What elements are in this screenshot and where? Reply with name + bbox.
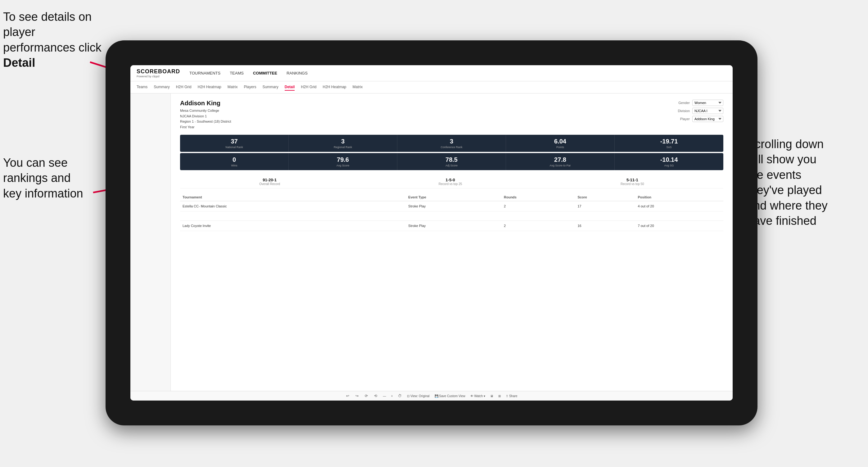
refresh-icon: ⟳ — [364, 394, 369, 398]
logo-sub: Powered by clippd — [136, 75, 180, 78]
tournament-table: Tournament Event Type Rounds Score Posit… — [180, 193, 723, 231]
stats-grid-row2: 0 Wins 79.6 Avg Score 78.5 Adj Score 2 — [180, 153, 723, 170]
stat-regional-rank: 3 Regional Rank — [289, 135, 397, 152]
row3-rounds: 2 — [501, 221, 575, 231]
stat-avg-score-par: 27.8 Avg Score to Par — [506, 153, 615, 170]
stat-sos: -19.71 SoS — [615, 135, 723, 152]
sub-nav-h2h-heatmap[interactable]: H2H Heatmap — [198, 84, 221, 91]
row3-tournament: Lady Coyote Invite — [180, 221, 385, 231]
player-selectors: Gender Women Men Division NJCAA I — [673, 100, 723, 122]
back-icon: ⟲ — [373, 394, 378, 398]
player-dropdown[interactable]: Addison King — [692, 116, 723, 122]
toolbar-save-custom[interactable]: 💾 Save Custom View — [435, 394, 465, 398]
redo-icon: ↪ — [355, 394, 359, 398]
main-content: Addison King Mesa Community College NJCA… — [130, 93, 733, 391]
col-event-type: Event Type — [406, 193, 501, 201]
logo-main: SCOREBOARD — [136, 68, 180, 75]
stat-points: 6.04 Points — [506, 135, 615, 152]
records-row: 91-20-1 Overall Record 1-5-0 Record vs t… — [180, 175, 723, 188]
stats-grid-row1: 37 National Rank 3 Regional Rank 3 Confe… — [180, 135, 723, 152]
col-empty — [385, 193, 406, 201]
row1-rounds: 2 — [501, 201, 575, 212]
sub-nav-h2h-heatmap2[interactable]: H2H Heatmap — [322, 84, 346, 91]
gender-selector-row: Gender Women Men — [673, 100, 723, 106]
toolbar-minus[interactable]: — — [383, 394, 386, 398]
division-dropdown[interactable]: NJCAA I NJCAA II — [692, 108, 723, 114]
sub-nav-players[interactable]: Players — [244, 84, 256, 91]
toolbar-grid[interactable]: ⊞ — [498, 394, 501, 398]
toolbar-watch[interactable]: 👁 Watch ▾ — [470, 394, 486, 398]
tablet: SCOREBOARD Powered by clippd TOURNAMENTS… — [105, 40, 757, 426]
center-content: Addison King Mesa Community College NJCA… — [171, 93, 733, 391]
stat-wins: 0 Wins — [180, 153, 289, 170]
col-tournament: Tournament — [180, 193, 385, 201]
toolbar-refresh[interactable]: ⟳ — [364, 394, 369, 398]
annotation-right: Scrolling down will show you the events … — [747, 136, 865, 228]
player-college: Mesa Community College — [180, 108, 231, 114]
row1-tournament: Estella CC- Mountain Classic — [180, 201, 385, 212]
col-position: Position — [636, 193, 723, 201]
row3-score: 16 — [575, 221, 635, 231]
nav-item-teams[interactable]: TEAMS — [230, 69, 244, 77]
stat-avg-score: 79.6 Avg Score — [289, 153, 397, 170]
app: SCOREBOARD Powered by clippd TOURNAMENTS… — [130, 65, 733, 401]
stat-national-rank: 37 National Rank — [180, 135, 289, 152]
sub-nav-h2h-grid2[interactable]: H2H Grid — [301, 84, 316, 91]
row1-event-type: Stroke Play — [406, 201, 501, 212]
division-label: Division — [673, 109, 690, 113]
nav-items: TOURNAMENTS TEAMS COMMITTEE RANKINGS — [189, 69, 308, 77]
sub-nav-matrix[interactable]: Matrix — [227, 84, 238, 91]
col-score: Score — [575, 193, 635, 201]
record-top25: 1-5-0 Record vs top 25 — [439, 178, 462, 186]
stat-conference-rank: 3 Conference Rank — [397, 135, 506, 152]
record-overall: 91-20-1 Overall Record — [259, 178, 280, 186]
stat-avg-sg: -10.14 Avg SG — [615, 153, 723, 170]
col-rounds: Rounds — [501, 193, 575, 201]
toolbar-timer[interactable]: ⏱ — [398, 394, 402, 398]
table-header-row: Tournament Event Type Rounds Score Posit… — [180, 193, 723, 201]
undo-icon: ↩ — [345, 394, 350, 398]
sub-nav-detail[interactable]: Detail — [285, 84, 295, 91]
sub-nav: Teams Summary H2H Grid H2H Heatmap Matri… — [130, 81, 733, 93]
toolbar-undo[interactable]: ↩ — [345, 394, 350, 398]
gender-label: Gender — [673, 101, 690, 105]
nav-item-tournaments[interactable]: TOURNAMENTS — [189, 69, 220, 77]
sub-nav-summary[interactable]: Summary — [154, 84, 169, 91]
row1-score: 17 — [575, 201, 635, 212]
sub-nav-summary2[interactable]: Summary — [262, 84, 278, 91]
player-selector-row: Player Addison King — [673, 116, 723, 122]
annotation-bottom-left: You can see rankings and key information — [3, 155, 105, 201]
stat-adj-score: 78.5 Adj Score — [397, 153, 506, 170]
toolbar-view-original[interactable]: ⊡ View: Original — [407, 394, 429, 398]
table-row: Lady Coyote Invite Stroke Play 2 16 7 ou… — [180, 221, 723, 231]
player-year: First Year — [180, 125, 231, 130]
player-selector-label: Player — [673, 117, 690, 121]
sub-nav-matrix2[interactable]: Matrix — [353, 84, 363, 91]
timer-icon: ⏱ — [398, 394, 402, 398]
record-top50: 5-11-1 Record vs top 50 — [621, 178, 644, 186]
table-row: Estella CC- Mountain Classic Stroke Play… — [180, 201, 723, 212]
player-name: Addison King — [180, 100, 231, 107]
player-division: NJCAA Division 1 — [180, 114, 231, 119]
nav-item-committee[interactable]: COMMITTEE — [253, 69, 277, 77]
tablet-screen: SCOREBOARD Powered by clippd TOURNAMENTS… — [130, 65, 733, 401]
bottom-toolbar: ↩ ↪ ⟳ ⟲ — + ⏱ ⊡ View: Original 💾 Save Cu… — [130, 391, 733, 401]
toolbar-screen[interactable]: 🖥 — [490, 394, 493, 398]
top-nav: SCOREBOARD Powered by clippd TOURNAMENTS… — [130, 65, 733, 81]
player-region: Region 1 - Southwest (18) District — [180, 119, 231, 125]
toolbar-plus[interactable]: + — [391, 394, 393, 398]
player-info: Addison King Mesa Community College NJCA… — [180, 100, 231, 130]
toolbar-share[interactable]: ⇧ Share — [506, 394, 517, 398]
toolbar-back[interactable]: ⟲ — [373, 394, 378, 398]
gender-dropdown[interactable]: Women Men — [692, 100, 723, 106]
nav-item-rankings[interactable]: RANKINGS — [286, 69, 308, 77]
sub-nav-teams[interactable]: Teams — [136, 84, 148, 91]
row3-position: 7 out of 20 — [636, 221, 723, 231]
annotation-top-left: To see details on player performances cl… — [3, 9, 108, 71]
scoreboard-logo: SCOREBOARD Powered by clippd — [136, 68, 180, 78]
table-row-empty — [180, 212, 723, 221]
toolbar-redo[interactable]: ↪ — [355, 394, 359, 398]
player-header: Addison King Mesa Community College NJCA… — [180, 100, 723, 130]
sub-nav-h2h-grid[interactable]: H2H Grid — [176, 84, 191, 91]
left-panel — [130, 93, 171, 391]
